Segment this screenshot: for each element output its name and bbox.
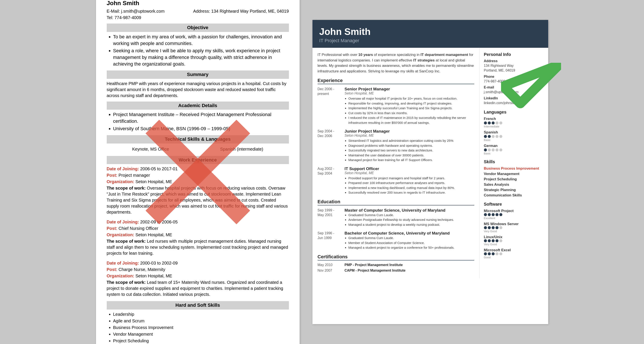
skill-scheduling: Project Scheduling	[484, 177, 544, 181]
work-entry-2: Date of Joining: 2002-09 to 2006-05 Post…	[107, 219, 289, 256]
lang-german: German Basic	[484, 144, 544, 155]
hardsoft-item-5: Project Scheduling	[113, 338, 289, 344]
skills-col2: Spanish (intermediate)	[220, 146, 263, 152]
work-entry-1: Date of Joining: 2006-05 to 2017-01 Post…	[107, 166, 289, 215]
right-sidebar: Personal Info Address 134 Rightward WayP…	[480, 48, 548, 279]
edu1-title: Master of Computer Science, University o…	[344, 208, 474, 213]
skill-bpi: Business Process Improvement	[484, 166, 544, 171]
skills-header: Technical Skills & Languages	[107, 135, 289, 143]
work3-scope: The scope of work: Lead team of 15+ Mate…	[107, 279, 289, 297]
cert1-date: May 2010	[318, 263, 341, 267]
right-name: John Smith	[319, 26, 541, 37]
excel-dots	[484, 252, 544, 255]
lang-spanish: Spanish Basic	[484, 130, 544, 142]
phone-value: 774-987-4009	[484, 79, 544, 84]
academic-item-2: University of Southern Maine, BSN (1996-…	[113, 125, 289, 132]
skills-col1: Keynote, MS Office	[132, 146, 169, 152]
right-body: IT Professional with over 10 years of ex…	[312, 48, 548, 279]
summary-header: Summary	[107, 70, 289, 79]
address-value: 134 Rightward WayPortland, ME, 04019	[484, 63, 544, 73]
exp2-b4: Maintained the user database of over 300…	[348, 153, 474, 158]
right-title: IT Project Manager	[319, 38, 541, 43]
languages-section: Languages French Intermediate Spanish	[484, 110, 544, 155]
objective-list: To be an expert in my area of work, with…	[107, 34, 289, 67]
left-email: E-Mail: j.smith@uptowork.com	[107, 8, 164, 14]
hardsoft-item-2: Agile and Scrum	[113, 318, 289, 324]
work1-org: Organization: Seton Hospital, ME	[107, 179, 289, 185]
cert2-title: CAPM - Project Management Institute	[344, 269, 406, 273]
skill-sales: Sales Analysis	[484, 183, 544, 187]
email-label: E-mail	[484, 85, 544, 89]
hardsoft-item-4: Vendor Management	[113, 331, 289, 337]
exp3-title: IT Support Officer	[344, 166, 474, 171]
exp1-date: Dec 2006 -present	[318, 87, 341, 125]
cert1-title: PMP - Project Management Institute	[344, 263, 403, 267]
education-title: Education	[318, 199, 474, 205]
right-resume: John Smith IT Project Manager IT Profess…	[312, 20, 548, 324]
cert-title: Certifications	[318, 254, 474, 261]
exp2-title: Junior Project Manager	[344, 129, 474, 134]
objective-item-1: To be an expert in my area of work, with…	[113, 34, 289, 47]
work2-date: Date of Joining: 2002-09 to 2006-05	[107, 219, 289, 225]
exp3-b4: Successfully resolved over 200 issues in…	[348, 190, 474, 195]
edu1-bullets: Graduated Summa Cum Laude. Andersen Post…	[344, 213, 474, 227]
languages-title: Languages	[484, 110, 544, 115]
objective-header: Objective	[107, 23, 289, 32]
edu1-b2: Andersen Postgraduate Fellowship to stud…	[348, 217, 474, 222]
email-value: j.smith@uptowork.com	[484, 90, 544, 94]
software-msproject: Microsoft Project Excellent	[484, 209, 544, 220]
hardsoft-item-1: Leadership	[113, 311, 289, 317]
work-header: Work Experience	[107, 156, 289, 164]
exp3-date: Aug 2002 -Sep 2004	[318, 166, 341, 195]
edu2-bullets: Graduated Summa Cum Laude. Member of Stu…	[344, 236, 474, 250]
work1-post: Post: Project manager	[107, 172, 289, 178]
software-mswindows: MS Windows Server Very Good	[484, 222, 544, 233]
exp3-b2: Prepared over 100 infrastructure perform…	[348, 181, 474, 186]
objective-item-2: Seeking a role, where I will be able to …	[113, 47, 289, 67]
cert-entry-1: May 2010 PMP - Project Management Instit…	[318, 263, 474, 267]
exp3-b3: Implemented a new tracking dashboard, cu…	[348, 186, 474, 190]
experience-title: Experience	[318, 78, 474, 84]
work-entry-3: Date of Joining: 2000-03 to 2002-09 Post…	[107, 260, 289, 297]
address-label: Address	[484, 59, 544, 63]
hardsoft-item-3: Business Process Improvement	[113, 325, 289, 331]
software-section: Software Microsoft Project Excellent	[484, 202, 544, 259]
exp-entry-3: Aug 2002 -Sep 2004 IT Support Officer Se…	[318, 166, 474, 195]
lang-french: French Intermediate	[484, 117, 544, 128]
software-title: Software	[484, 202, 544, 207]
exp2-date: Sep 2004 -Dec 2006	[318, 129, 341, 163]
software-excel: Microsoft Excel Good	[484, 248, 544, 259]
right-main: IT Professional with over 10 years of ex…	[312, 48, 480, 279]
exp1-b1: Oversaw all major hospital IT projects f…	[348, 96, 474, 101]
edu-entry-2: Sep 1996 -Jun 1999 Bachelor of Computer …	[318, 231, 474, 250]
exp2-b2: Diagnosed problems with hardware and ope…	[348, 143, 474, 148]
left-address: Address: 134 Rightward Way Portland, ME,…	[193, 8, 289, 14]
phone-label: Phone	[484, 75, 544, 79]
exp1-title: Senior Project Manager	[344, 87, 474, 91]
edu2-b3: Managed a student project to organize a …	[348, 245, 474, 250]
work3-date: Date of Joining: 2000-03 to 2002-09	[107, 260, 289, 266]
hardsoft-list: Leadership Agile and Scrum Business Proc…	[107, 311, 289, 344]
edu2-b1: Graduated Summa Cum Laude.	[348, 236, 474, 241]
msproject-dots	[484, 213, 544, 216]
edu1-date: Sep 1999 -May 2001	[318, 208, 341, 227]
exp1-b4: Cut costs by 32% in less than six months…	[348, 111, 474, 116]
work2-scope: The scope of work: Led nurses with multi…	[107, 238, 289, 256]
exp2-b3: Successfully migrated two servers to new…	[348, 148, 474, 153]
exp3-content: IT Support Officer Seton Hospital, ME Pr…	[344, 166, 474, 195]
academic-list: Project Management Institute – Received …	[107, 111, 289, 132]
edu1-content: Master of Computer Science, University o…	[344, 208, 474, 227]
linkedin-value: linkedin.com/johnsltw	[484, 101, 544, 105]
academic-header: Academic Details	[107, 101, 289, 110]
exp-entry-1: Dec 2006 -present Senior Project Manager…	[318, 87, 474, 125]
edu2-title: Bachelor of Computer Science, University…	[344, 231, 474, 236]
edu2-date: Sep 1996 -Jun 1999	[318, 231, 341, 250]
mswindows-dots	[484, 226, 544, 229]
french-dots	[484, 121, 544, 124]
exp2-content: Junior Project Manager Seton Hospital, M…	[344, 129, 474, 163]
skill-comm: Communication Skills	[484, 193, 544, 198]
right-header: John Smith IT Project Manager	[312, 20, 548, 48]
left-contact-line: E-Mail: j.smith@uptowork.com Address: 13…	[107, 8, 289, 14]
cert-entry-2: Nov 2007 CAPM - Project Management Insti…	[318, 269, 474, 273]
left-name: John Smith	[107, 0, 289, 7]
